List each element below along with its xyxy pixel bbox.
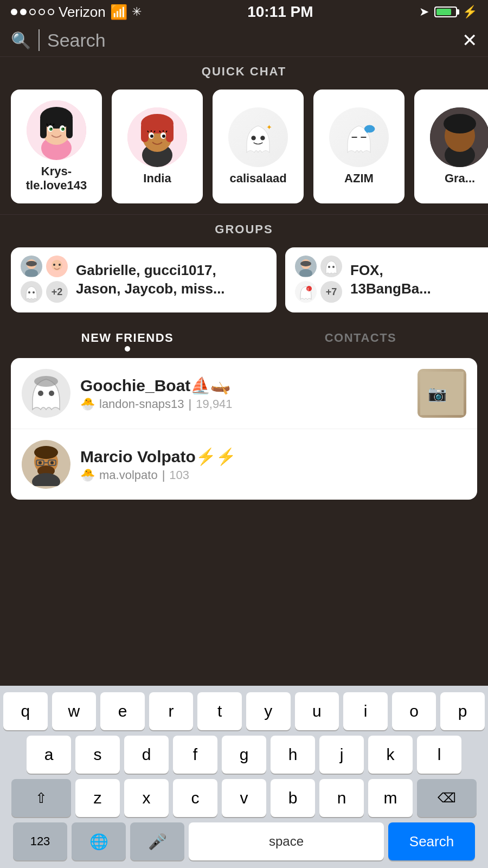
quick-chat-name: Krys-tle.love143 [26,164,87,193]
group-avatar [21,281,42,303]
status-right: ➤ ⚡ [419,5,477,19]
key-v[interactable]: v [222,779,266,817]
key-k[interactable]: k [368,736,413,774]
group-info: Gabrielle, gucci1017,Jason, Jaycob, miss… [76,261,267,298]
group-item[interactable]: +2 Gabrielle, gucci1017,Jason, Jaycob, m… [11,247,277,312]
key-e[interactable]: e [100,692,145,730]
friend-photo: 📷 [418,369,466,418]
friend-name: Goochie_Boat⛵🛶 [80,376,408,395]
avatar [27,100,86,160]
friend-sub-emoji: 🐣 [80,468,95,482]
quick-chat-item[interactable]: Krys-tle.love143 [11,90,102,203]
group-item[interactable]: ! +7 FOX,13BangBa... [285,247,488,312]
search-bar: 🔍 ✕ [0,24,488,56]
key-row-4: 123 🌐 🎤 space Search [3,822,485,860]
friend-username: ma.volpato [99,468,158,482]
key-t[interactable]: t [197,692,242,730]
key-globe[interactable]: 🌐 [72,822,126,860]
quick-chat-item[interactable]: ✦ calisalaad [213,90,304,203]
group-member-avatar [296,256,316,277]
key-mic[interactable]: 🎤 [130,822,184,860]
dot-2 [20,9,27,15]
dot-3 [29,9,36,15]
quick-chat-name: calisalaad [229,171,286,186]
status-bar: Verizon 📶 ✳ 10:11 PM ➤ ⚡ [0,0,488,24]
svg-point-32 [260,136,265,140]
ghost-mini [23,283,40,301]
key-d[interactable]: d [124,736,169,774]
key-g[interactable]: g [222,736,266,774]
key-j[interactable]: j [319,736,364,774]
key-space[interactable]: space [189,822,384,860]
key-row-2: a s d f g h j k l [3,736,485,774]
key-n[interactable]: n [319,779,364,817]
key-i[interactable]: i [343,692,388,730]
key-row-1: q w e r t y u i o p [3,692,485,730]
key-h[interactable]: h [271,736,315,774]
group-count-badge: +7 [320,281,342,303]
key-u[interactable]: u [295,692,339,730]
key-l[interactable]: l [417,736,461,774]
battery-indicator [434,7,457,17]
partial-avatar-svg [430,107,488,167]
friend-item[interactable]: Marcio Volpato⚡⚡ 🐣 ma.volpato | 103 [11,429,477,500]
key-b[interactable]: b [271,779,315,817]
friend-username: landon-snaps13 [99,397,184,411]
friend-info: Goochie_Boat⛵🛶 🐣 landon-snaps13 | 19,941 [80,376,408,411]
key-123[interactable]: 123 [13,822,67,860]
keyboard: q w e r t y u i o p a s d f g h j k l ⇧ … [0,686,488,868]
group-avatars: +2 [21,256,69,304]
svg-text:!: ! [307,288,309,291]
friend-sub: 🐣 ma.volpato | 103 [80,468,466,482]
friend-item[interactable]: Goochie_Boat⛵🛶 🐣 landon-snaps13 | 19,941… [11,358,477,429]
svg-rect-19 [141,123,149,142]
azim-avatar-svg [340,118,378,156]
group-avatar [320,256,342,277]
group-member-avatar [47,256,67,277]
friend-info: Marcio Volpato⚡⚡ 🐣 ma.volpato | 103 [80,447,466,482]
svg-point-56 [328,266,330,268]
key-o[interactable]: o [392,692,436,730]
key-shift[interactable]: ⇧ [11,779,71,817]
key-z[interactable]: z [75,779,120,817]
group-avatar [46,256,68,277]
key-search[interactable]: Search [388,822,475,860]
key-s[interactable]: s [75,736,120,774]
key-p[interactable]: p [440,692,485,730]
key-w[interactable]: w [52,692,97,730]
tab-contacts[interactable]: CONTACTS [244,331,477,350]
svg-point-24 [162,135,165,138]
key-q[interactable]: q [3,692,48,730]
group-avatar [21,256,42,277]
key-y[interactable]: y [246,692,291,730]
friend-photo-preview: 📷 [420,372,464,415]
goochie-boat-avatar [24,372,68,415]
groups-header: GROUPS [0,214,488,242]
group-count-badge: +2 [46,281,68,303]
svg-point-73 [38,461,42,464]
tab-new-friends[interactable]: NEW FRIENDS [11,331,244,350]
quick-chat-item[interactable]: India [112,90,203,203]
friends-list: Goochie_Boat⛵🛶 🐣 landon-snaps13 | 19,941… [11,358,477,500]
key-f[interactable]: f [173,736,217,774]
svg-point-41 [444,114,476,133]
group-info: FOX,13BangBa... [350,261,488,298]
key-c[interactable]: c [173,779,217,817]
search-input[interactable] [47,30,453,51]
key-r[interactable]: r [149,692,194,730]
svg-text:✦: ✦ [266,124,272,131]
close-button[interactable]: ✕ [462,29,477,51]
avatar: ✦ [228,107,288,167]
quick-chat-item[interactable]: AZIM [313,90,404,203]
svg-point-68 [34,446,58,459]
group-avatar: ! [295,281,317,303]
key-x[interactable]: x [124,779,169,817]
ghost-mini [323,258,340,275]
key-a[interactable]: a [27,736,71,774]
search-divider [38,29,40,51]
quick-chat-item[interactable]: Gra... [414,90,488,203]
friend-avatar [22,369,70,418]
group-name: Gabrielle, gucci1017,Jason, Jaycob, miss… [76,261,267,298]
key-delete[interactable]: ⌫ [417,779,477,817]
key-m[interactable]: m [368,779,413,817]
